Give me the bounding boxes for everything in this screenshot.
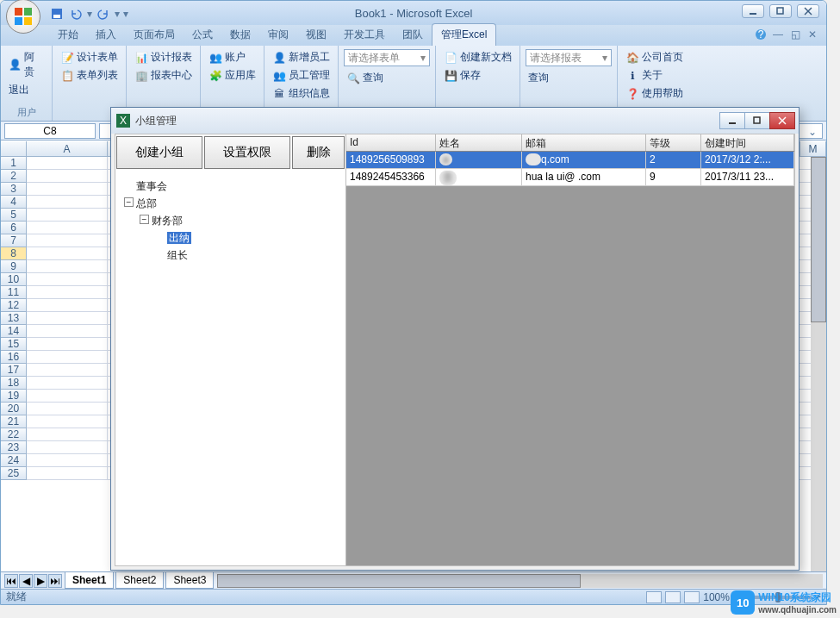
sheet-tab-1[interactable]: Sheet1	[65, 572, 114, 589]
delete-button[interactable]: 删除	[292, 136, 345, 169]
rib-help[interactable]: ❓使用帮助	[623, 85, 686, 102]
th-email[interactable]: 邮箱	[522, 134, 646, 151]
dlg-maximize[interactable]	[744, 112, 770, 129]
row-header-25[interactable]: 25	[1, 467, 27, 480]
table-row[interactable]: 1489245453366 贵 hua la ui@ .com 9 2017/3…	[346, 169, 794, 186]
rib-design-form[interactable]: 📝设计表单	[58, 49, 121, 66]
tree-node-finance[interactable]: −财务部 出纳 组长	[152, 212, 340, 264]
rib-save[interactable]: 💾保存	[441, 67, 514, 84]
horizontal-scrollbar[interactable]	[217, 574, 823, 588]
tree-node-hq[interactable]: −总部 −财务部 出纳 组长	[136, 195, 340, 264]
help-button[interactable]: ?	[754, 28, 768, 41]
tree-node-cashier[interactable]: 出纳	[167, 229, 340, 247]
office-button[interactable]	[6, 0, 40, 34]
minimize-button[interactable]	[742, 4, 764, 18]
mdi-minimize[interactable]: —	[771, 28, 785, 41]
redo-dropdown-icon[interactable]: ▾	[115, 8, 120, 20]
row-header-21[interactable]: 21	[1, 415, 27, 428]
row-header-1[interactable]: 1	[1, 157, 27, 170]
col-a[interactable]: A	[27, 141, 108, 156]
th-level[interactable]: 等级	[646, 134, 701, 151]
th-name[interactable]: 姓名	[436, 134, 522, 151]
tab-home[interactable]: 开始	[49, 24, 87, 46]
hscroll-thumb[interactable]	[217, 574, 581, 588]
tab-data[interactable]: 数据	[221, 24, 259, 46]
row-header-22[interactable]: 22	[1, 428, 27, 441]
dialog-titlebar[interactable]: X 小组管理	[111, 108, 799, 134]
tab-team[interactable]: 团队	[394, 24, 432, 46]
view-normal[interactable]	[646, 591, 662, 603]
undo-dropdown-icon[interactable]: ▾	[87, 8, 92, 20]
rib-add-employee[interactable]: 👤新增员工	[270, 49, 333, 66]
vertical-scrollbar[interactable]	[811, 157, 826, 571]
col-m[interactable]: M	[800, 141, 826, 156]
row-header-2[interactable]: 2	[1, 170, 27, 183]
sheet-next[interactable]: ▶	[34, 574, 47, 588]
rib-query-report[interactable]: 查询	[526, 70, 612, 86]
rib-homepage[interactable]: 🏠公司首页	[623, 49, 686, 66]
row-header-3[interactable]: 3	[1, 183, 27, 196]
sheet-first[interactable]: ⏮	[4, 574, 18, 588]
rib-about[interactable]: ℹ关于	[623, 67, 686, 84]
row-header-14[interactable]: 14	[1, 325, 27, 338]
sheet-tab-3[interactable]: Sheet3	[165, 572, 214, 589]
maximize-button[interactable]	[769, 4, 792, 18]
rib-query-form[interactable]: 🔍查询	[344, 70, 430, 86]
row-header-15[interactable]: 15	[1, 338, 27, 351]
th-time[interactable]: 创建时间	[701, 134, 794, 151]
row-header-23[interactable]: 23	[1, 441, 27, 454]
row-header-8[interactable]: 8	[1, 247, 27, 260]
set-permission-button[interactable]: 设置权限	[204, 136, 290, 169]
tab-review[interactable]: 审阅	[259, 24, 297, 46]
table-row[interactable]: 1489256509893 a q.com 2 2017/3/12 2:...	[346, 152, 794, 169]
report-select[interactable]: 请选择报表▾	[526, 49, 612, 66]
vscroll-thumb[interactable]	[811, 157, 826, 322]
expand-fx-icon[interactable]: ⌄	[808, 126, 820, 138]
row-header-12[interactable]: 12	[1, 299, 27, 312]
collapse-icon[interactable]: −	[124, 197, 134, 207]
view-layout[interactable]	[665, 591, 681, 603]
row-header-7[interactable]: 7	[1, 234, 27, 247]
rib-new-doc[interactable]: 📄创建新文档	[441, 49, 514, 66]
th-id[interactable]: Id	[346, 134, 436, 151]
close-button[interactable]	[797, 4, 819, 18]
row-header-9[interactable]: 9	[1, 260, 27, 273]
row-header-24[interactable]: 24	[1, 454, 27, 467]
rib-report-center[interactable]: 🏢报表中心	[132, 67, 195, 84]
row-header-4[interactable]: 4	[1, 196, 27, 209]
dlg-minimize[interactable]	[719, 112, 745, 129]
rib-logout[interactable]: 退出	[6, 82, 47, 98]
tab-formula[interactable]: 公式	[184, 24, 221, 46]
row-header-20[interactable]: 20	[1, 403, 27, 415]
tab-dev[interactable]: 开发工具	[335, 24, 394, 46]
row-header-11[interactable]: 11	[1, 286, 27, 299]
sheet-last[interactable]: ⏭	[48, 574, 62, 588]
tab-manage-excel[interactable]: 管理Excel	[432, 23, 496, 46]
row-header-13[interactable]: 13	[1, 312, 27, 325]
row-header-18[interactable]: 18	[1, 377, 27, 390]
group-tree[interactable]: 董事会 −总部 −财务部 出纳 组长	[115, 171, 345, 565]
qat-customize-icon[interactable]: ▾	[123, 8, 128, 20]
row-header-16[interactable]: 16	[1, 351, 27, 364]
row-header-19[interactable]: 19	[1, 390, 27, 403]
tab-insert[interactable]: 插入	[87, 24, 125, 46]
rib-design-report[interactable]: 📊设计报表	[132, 49, 195, 66]
mdi-restore[interactable]: ◱	[788, 28, 802, 41]
tab-view[interactable]: 视图	[297, 24, 335, 46]
tree-node-leader[interactable]: 组长	[167, 247, 340, 264]
save-button[interactable]	[49, 6, 65, 22]
rib-user[interactable]: 👤阿贵	[6, 49, 47, 80]
row-header-5[interactable]: 5	[1, 209, 27, 222]
view-pagebreak[interactable]	[684, 591, 700, 603]
row-header-17[interactable]: 17	[1, 364, 27, 377]
row-header-10[interactable]: 10	[1, 273, 27, 286]
sheet-prev[interactable]: ◀	[19, 574, 33, 588]
undo-button[interactable]	[68, 6, 84, 22]
collapse-icon[interactable]: −	[140, 215, 149, 224]
rib-manage-employee[interactable]: 👥员工管理	[270, 67, 333, 84]
redo-button[interactable]	[96, 6, 111, 22]
create-group-button[interactable]: 创建小组	[116, 136, 202, 169]
rib-form-list[interactable]: 📋表单列表	[58, 67, 121, 84]
mdi-close[interactable]: ✕	[806, 28, 819, 41]
dlg-close[interactable]	[769, 112, 795, 129]
